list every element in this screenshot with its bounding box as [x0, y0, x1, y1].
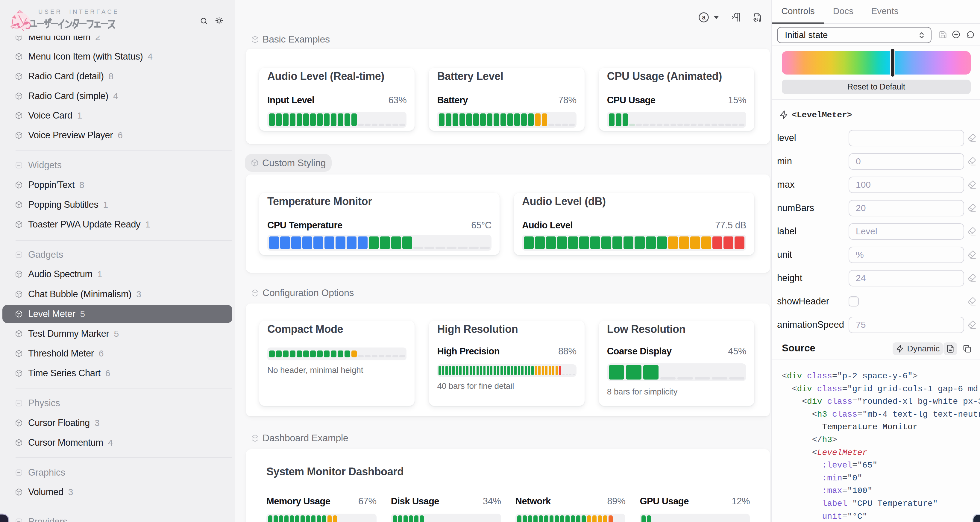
svg-text:a: a [702, 14, 705, 21]
